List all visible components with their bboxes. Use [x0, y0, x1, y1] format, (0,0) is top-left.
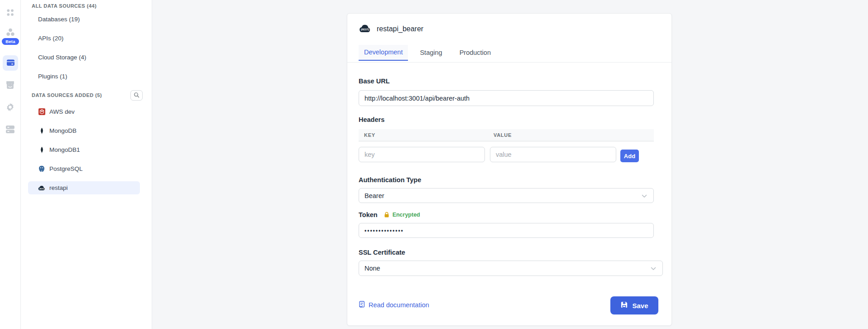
encrypted-badge: Encrypted [393, 212, 420, 218]
token-label: Token [359, 211, 378, 218]
base-url-input[interactable] [359, 90, 654, 106]
mongodb-leaf-icon [38, 146, 45, 154]
save-floppy-icon [620, 301, 628, 310]
rest-cloud-icon: {REST} [359, 24, 371, 34]
rail-item-apps[interactable] [0, 7, 20, 17]
aws-icon [38, 108, 45, 116]
ssl-certificate-select[interactable]: None [359, 261, 663, 276]
header-value-input[interactable] [490, 147, 616, 162]
beta-badge: Beta [2, 38, 19, 45]
workflows-icon [5, 27, 15, 37]
data-source-item-restapi[interactable]: {REST} restapi [28, 181, 140, 194]
key-column-header: KEY [359, 132, 490, 138]
environment-tabs: Development Staging Production [359, 45, 496, 61]
data-source-config-panel: {REST} restapi_bearer Development Stagin… [347, 13, 672, 326]
rest-cloud-icon: {REST} [38, 184, 45, 192]
headers-table-header: KEY VALUE [359, 129, 654, 141]
authentication-type-value: Bearer [364, 192, 384, 199]
token-input[interactable] [359, 223, 654, 238]
data-source-label: AWS dev [49, 108, 75, 115]
chevron-down-icon [651, 265, 656, 272]
search-icon [134, 92, 139, 99]
data-source-item-mongodb[interactable]: MongoDB [28, 124, 140, 137]
ssl-certificate-label: SSL Certificate [359, 249, 405, 256]
header-key-input[interactable] [359, 147, 485, 162]
sidebar-item-plugins[interactable]: Plugins (1) [38, 70, 67, 83]
tab-production[interactable]: Production [454, 45, 496, 61]
document-check-icon [359, 300, 365, 310]
authentication-type-select[interactable]: Bearer [359, 188, 654, 203]
data-sources-page: Beta [0, 0, 868, 329]
rail-item-data-sources[interactable] [3, 55, 18, 71]
all-data-sources-heading: ALL DATA SOURCES (44) [32, 0, 96, 12]
data-sources-added-heading: DATA SOURCES ADDED (5) [32, 89, 102, 102]
marketplace-icon [5, 80, 15, 90]
panel-title-row: {REST} restapi_bearer [359, 24, 423, 34]
search-data-sources-button[interactable] [130, 90, 143, 101]
data-source-label: MongoDB1 [49, 146, 80, 153]
icon-rail: Beta [0, 0, 21, 329]
audit-logs-icon [5, 125, 15, 134]
save-button-label: Save [632, 302, 648, 310]
data-source-item-aws-dev[interactable]: AWS dev [28, 105, 140, 118]
token-label-row: Token Encrypted [359, 211, 420, 218]
value-column-header: VALUE [490, 132, 512, 138]
sidebar-item-cloud-storage[interactable]: Cloud Storage (4) [38, 51, 86, 64]
rail-item-marketplace[interactable] [0, 79, 20, 90]
ssl-certificate-value: None [364, 265, 380, 272]
data-source-item-postgresql[interactable]: PostgreSQL [28, 162, 140, 175]
tab-development[interactable]: Development [359, 45, 408, 61]
lock-icon [384, 212, 389, 218]
postgresql-elephant-icon [38, 165, 45, 173]
sidebar-item-databases[interactable]: Databases (19) [38, 13, 80, 26]
svg-text:{REST}: {REST} [39, 188, 44, 189]
tabs-divider [347, 62, 671, 63]
read-documentation-link[interactable]: Read documentation [359, 300, 429, 310]
save-button[interactable]: Save [610, 296, 658, 314]
svg-text:{REST}: {REST} [361, 28, 369, 31]
settings-gear-icon [5, 102, 15, 112]
data-source-item-mongodb1[interactable]: MongoDB1 [28, 143, 140, 156]
read-documentation-label: Read documentation [369, 301, 429, 309]
add-header-button[interactable]: Add [620, 150, 639, 162]
data-source-label: PostgreSQL [49, 165, 83, 172]
data-sources-icon [6, 58, 15, 68]
authentication-type-label: Authentication Type [359, 176, 421, 184]
sidebar-item-apis[interactable]: APIs (20) [38, 32, 63, 45]
tab-staging[interactable]: Staging [414, 45, 447, 61]
mongodb-leaf-icon [38, 127, 45, 135]
data-source-label: restapi [49, 184, 68, 191]
data-sources-sidebar: ALL DATA SOURCES (44) Databases (19) API… [21, 0, 152, 329]
rail-item-settings[interactable] [0, 102, 20, 112]
headers-label: Headers [359, 116, 384, 123]
data-source-label: MongoDB [49, 127, 77, 134]
rail-item-workflows[interactable] [0, 27, 20, 37]
apps-grid-icon [5, 8, 15, 17]
rail-item-audit-logs[interactable] [0, 125, 20, 134]
base-url-label: Base URL [359, 77, 390, 85]
page-title: restapi_bearer [377, 25, 423, 33]
chevron-down-icon [642, 192, 647, 199]
